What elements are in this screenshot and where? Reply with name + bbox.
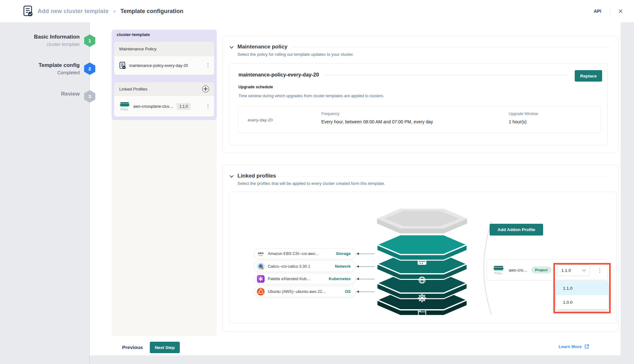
step-number: 1 [88, 38, 91, 43]
frequency-value: Every hour, between 08:00 AM and 07:00 P… [321, 119, 433, 124]
linked-section-title: Linked profiles [237, 173, 276, 179]
template-tree-panel: cluster-template Maintenance Policy main… [112, 30, 217, 120]
tree-root-label: cluster-template [117, 32, 150, 37]
layer-category: Kubernetes [329, 277, 351, 281]
version-select[interactable]: 1.1.0 [557, 265, 590, 276]
tree-maintenance-header: Maintenance Policy [114, 42, 214, 56]
empty-addon-slab [377, 208, 467, 233]
step-subtitle: cluster-template [0, 41, 80, 48]
step-template-config[interactable]: Template config Completed [0, 62, 80, 76]
breadcrumb-separator: > [113, 9, 116, 14]
page-background-right [621, 22, 634, 364]
policy-title-rule [324, 75, 569, 75]
step-title: Template config [0, 62, 80, 69]
frequency-label: Frequency [321, 112, 433, 116]
ubuntu-icon [257, 288, 265, 295]
palette-pxk-icon [257, 275, 265, 283]
layer-category: OS [345, 289, 351, 294]
version-option-110[interactable]: 1.1.0 [556, 281, 608, 295]
step-basic-information[interactable]: Basic Information cluster-template [0, 33, 80, 48]
step-number: 2 [88, 66, 91, 71]
aws-icon: aws [257, 250, 265, 258]
cluster-profile-stack [374, 208, 470, 316]
project-badge: Project [531, 266, 551, 273]
layer-name: Palette eXtended Kub… [268, 277, 310, 281]
close-icon[interactable]: ✕ [618, 8, 623, 14]
version-option-100[interactable]: 1.0.0 [556, 295, 608, 309]
connector-line-kubernetes [356, 279, 375, 279]
layer-pill-network[interactable]: Calico--cni-calico 3.30.1 Network [254, 261, 355, 272]
connector-line-os [356, 292, 375, 292]
profiles-diagram-card: aws Amazon EBS CSI--csi-aws… Storage Cal… [229, 192, 617, 324]
policy-item-name: maintenance-policy-every-day-20 [129, 63, 188, 68]
layer-category: Network [335, 264, 351, 269]
version-select-value: 1.1.0 [561, 268, 571, 273]
schedule-box: every-day-20 Frequency Every hour, betwe… [238, 106, 601, 133]
replace-button[interactable]: Replace [575, 70, 602, 82]
kebab-menu-icon[interactable] [598, 267, 601, 274]
upgrade-schedule-description: Time window during which upgrades from c… [238, 94, 384, 98]
layer-pill-storage[interactable]: aws Amazon EBS CSI--csi-aws… Storage [254, 248, 355, 259]
template-document-icon [23, 5, 33, 17]
storage-glyph [418, 260, 426, 265]
policy-document-icon [119, 62, 126, 69]
chevron-down-icon[interactable] [230, 44, 234, 48]
frequency-column: Frequency Every hour, between 08:00 AM a… [321, 112, 433, 124]
profile-scope-label: FULL [494, 271, 502, 275]
maintenance-policy-card: maintenance-policy-every-day-20 Replace … [229, 63, 608, 145]
version-dropdown-panel: 1.1.0 1.0.0 [556, 281, 608, 309]
add-profile-icon[interactable] [202, 85, 209, 92]
breadcrumb-parent[interactable]: Add new cluster template [38, 8, 109, 15]
tree-maintenance-card: Maintenance Policy maintenance-policy-ev… [114, 42, 214, 75]
step-review[interactable]: Review [0, 90, 80, 98]
profile-item-name: aws-crossplane-clus… [133, 104, 173, 109]
maintenance-section-title: Maintenance policy [237, 44, 288, 50]
section-rule [281, 176, 610, 176]
kebab-menu-icon[interactable] [206, 62, 210, 69]
chevron-down-icon[interactable] [230, 173, 234, 178]
upgrade-window-column: Upgrade Window 1 hour(s) [509, 112, 538, 124]
layer-name: Ubuntu (AWS)--ubuntu-aws 22… [268, 289, 326, 294]
layer-pill-kubernetes[interactable]: Palette eXtended Kub… Kubernetes [254, 273, 355, 284]
upgrade-schedule-heading: Upgrade schedule [238, 85, 273, 89]
profile-version-badge: 1.1.0 [177, 103, 191, 110]
tree-profile-item[interactable]: FULL aws-crossplane-clus… 1.1.0 [114, 96, 214, 117]
add-addon-profile-button[interactable]: Add Addon Profile [490, 224, 543, 236]
profile-scope: FULL [493, 265, 504, 275]
api-link[interactable]: API [594, 9, 601, 14]
section-rule [292, 47, 610, 47]
tree-profiles-card: Linked Profiles FULL aws-crossplane-clus… [114, 82, 214, 117]
step-number: 3 [88, 94, 91, 99]
step-title: Review [0, 90, 80, 98]
addon-profile-card: FULL aws-cro… Project 1.1.0 [487, 259, 608, 280]
stacked-layers-icon [119, 102, 130, 107]
upgrade-window-value: 1 hour(s) [509, 119, 538, 124]
upgrade-window-label: Upgrade Window [509, 112, 538, 116]
policy-name: maintenance-policy-every-day-20 [238, 72, 319, 78]
stacked-layers-icon [493, 265, 504, 271]
profile-scope-label: FULL [120, 107, 128, 111]
next-step-button[interactable]: Next Step [150, 342, 180, 353]
page-title: Template configuration [120, 8, 184, 15]
tree-profiles-header-label: Linked Profiles [119, 87, 148, 91]
tree-profiles-header: Linked Profiles [114, 82, 214, 96]
external-link-icon [584, 344, 589, 349]
kebab-menu-icon[interactable] [206, 103, 210, 110]
page-background-bottom [89, 355, 621, 364]
layer-pill-os[interactable]: Ubuntu (AWS)--ubuntu-aws 22… OS [254, 286, 355, 297]
step-title: Basic Information [0, 33, 80, 41]
header-divider [609, 7, 610, 15]
connector-line-storage [356, 254, 375, 254]
maintenance-section-subtitle: Select the policy for rolling out templa… [222, 50, 618, 57]
layer-category: Storage [336, 251, 351, 256]
linked-profiles-section: Linked profiles Select the profiles that… [222, 165, 618, 332]
layer-name: Calico--cni-calico 3.30.1 [268, 264, 310, 269]
step-subtitle: Completed [0, 69, 80, 76]
wizard-header: Add new cluster template > Template conf… [0, 0, 634, 22]
previous-button[interactable]: Previous [122, 342, 143, 353]
addon-profile-name: aws-cro… [509, 268, 528, 273]
tree-maintenance-item[interactable]: maintenance-policy-every-day-20 [114, 56, 214, 75]
maintenance-policy-section: Maintenance policy Select the policy for… [222, 36, 618, 153]
learn-more-label: Learn More [558, 344, 582, 349]
learn-more-link[interactable]: Learn More [558, 344, 589, 349]
